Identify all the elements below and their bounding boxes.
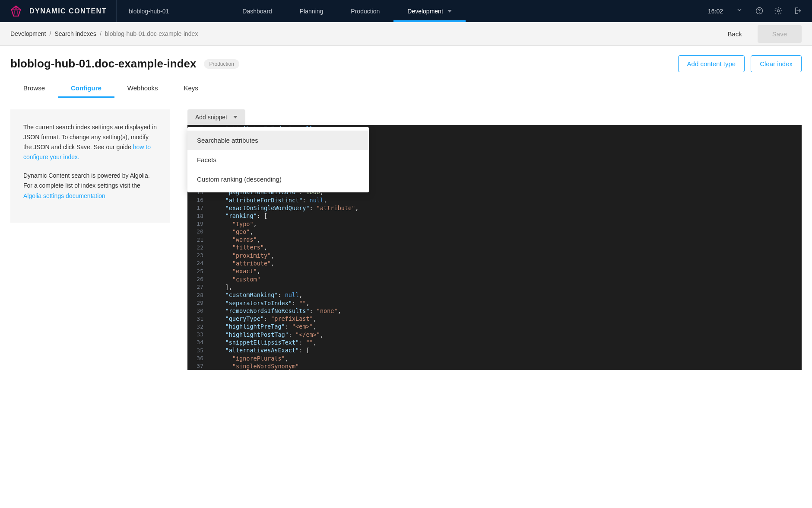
svg-point-2 bbox=[777, 10, 780, 12]
nav-dashboard[interactable]: Dashboard bbox=[228, 0, 286, 22]
side-info: The current search index settings are di… bbox=[10, 109, 170, 370]
tab-webhooks[interactable]: Webhooks bbox=[114, 78, 171, 98]
chevron-down-icon[interactable] bbox=[736, 6, 745, 16]
editor: Add snippet Searchable attributesFacetsC… bbox=[187, 109, 802, 370]
code-line[interactable]: 35 "alternativesAsExact": [ bbox=[187, 346, 802, 354]
breadcrumb: Development/Search indexes/bloblog-hub-0… bbox=[10, 30, 198, 37]
caret-down-icon bbox=[447, 10, 452, 13]
logout-icon[interactable] bbox=[793, 6, 802, 16]
code-line[interactable]: 25 "exact", bbox=[187, 267, 802, 275]
add-snippet-label: Add snippet bbox=[195, 114, 227, 121]
tab-browse[interactable]: Browse bbox=[10, 78, 58, 98]
code-line[interactable]: 19 "typo", bbox=[187, 220, 802, 228]
save-button: Save bbox=[758, 25, 802, 43]
caret-down-icon bbox=[233, 116, 238, 118]
top-bar: DYNAMIC CONTENT bloblog-hub-01 Dashboard… bbox=[0, 0, 812, 22]
clock: 16:02 bbox=[708, 8, 723, 15]
snippet-option[interactable]: Facets bbox=[187, 150, 369, 169]
add-snippet-button[interactable]: Add snippet bbox=[187, 109, 245, 125]
environment-badge: Production bbox=[204, 59, 239, 69]
code-line[interactable]: 18 "ranking": [ bbox=[187, 212, 802, 220]
snippet-dropdown: Searchable attributesFacetsCustom rankin… bbox=[187, 127, 369, 192]
add-content-type-button[interactable]: Add content type bbox=[678, 55, 745, 72]
brand-logo-icon bbox=[10, 5, 22, 18]
back-button[interactable]: Back bbox=[720, 26, 749, 42]
clear-index-button[interactable]: Clear index bbox=[751, 55, 802, 72]
nav-production[interactable]: Production bbox=[337, 0, 393, 22]
code-line[interactable]: 36 "ignorePlurals", bbox=[187, 355, 802, 362]
tab-keys[interactable]: Keys bbox=[171, 78, 211, 98]
code-line[interactable]: 21 "words", bbox=[187, 236, 802, 243]
tab-configure[interactable]: Configure bbox=[58, 78, 114, 98]
page-title: bloblog-hub-01.doc-example-index bbox=[10, 57, 196, 70]
code-line[interactable]: 23 "proximity", bbox=[187, 252, 802, 259]
code-line[interactable]: 26 "custom" bbox=[187, 275, 802, 283]
brand: DYNAMIC CONTENT bbox=[0, 5, 116, 18]
breadcrumb-item[interactable]: Development bbox=[10, 30, 46, 37]
code-line[interactable]: 17 "exactOnSingleWordQuery": "attribute"… bbox=[187, 204, 802, 212]
section-tabs: BrowseConfigureWebhooksKeys bbox=[0, 78, 812, 98]
code-line[interactable]: 28 "customRanking": null, bbox=[187, 291, 802, 299]
gear-icon[interactable] bbox=[774, 6, 783, 16]
code-line[interactable]: 29 "separatorsToIndex": "", bbox=[187, 299, 802, 307]
code-line[interactable]: 24 "attribute", bbox=[187, 259, 802, 267]
code-line[interactable]: 34 "snippetEllipsisText": "", bbox=[187, 339, 802, 346]
brand-name: DYNAMIC CONTENT bbox=[29, 7, 107, 15]
code-line[interactable]: 16 "attributeForDistinct": null, bbox=[187, 196, 802, 204]
code-line[interactable]: 33 "highlightPostTag": "</em>", bbox=[187, 331, 802, 339]
hub-selector[interactable]: bloblog-hub-01 bbox=[117, 8, 181, 15]
algolia-docs-link[interactable]: Algolia settings documentation bbox=[23, 192, 105, 199]
code-line[interactable]: 27 ], bbox=[187, 283, 802, 291]
code-line[interactable]: 30 "removeWordsIfNoResults": "none", bbox=[187, 307, 802, 315]
help-icon[interactable] bbox=[755, 6, 764, 16]
nav-planning[interactable]: Planning bbox=[286, 0, 337, 22]
breadcrumb-item: bloblog-hub-01.doc-example-index bbox=[105, 30, 198, 37]
main-nav: DashboardPlanningProductionDevelopment bbox=[228, 0, 465, 22]
code-line[interactable]: 22 "filters", bbox=[187, 243, 802, 251]
nav-development[interactable]: Development bbox=[393, 0, 466, 22]
breadcrumb-bar: Development/Search indexes/bloblog-hub-0… bbox=[0, 22, 812, 46]
svg-point-1 bbox=[759, 12, 760, 13]
snippet-option[interactable]: Custom ranking (descending) bbox=[187, 169, 369, 189]
topbar-right: 16:02 bbox=[708, 6, 812, 16]
code-line[interactable]: 31 "queryType": "prefixLast", bbox=[187, 315, 802, 323]
snippet-option[interactable]: Searchable attributes bbox=[187, 131, 369, 150]
code-line[interactable]: 32 "highlightPreTag": "<em>", bbox=[187, 323, 802, 330]
breadcrumb-item[interactable]: Search indexes bbox=[54, 30, 96, 37]
code-line[interactable]: 37 "singleWordSynonym" bbox=[187, 362, 802, 370]
code-line[interactable]: 20 "geo", bbox=[187, 228, 802, 236]
info-card: The current search index settings are di… bbox=[10, 109, 170, 223]
info-text-2: Dynamic Content search is powered by Alg… bbox=[23, 172, 150, 189]
title-row: bloblog-hub-01.doc-example-index Product… bbox=[0, 46, 812, 78]
